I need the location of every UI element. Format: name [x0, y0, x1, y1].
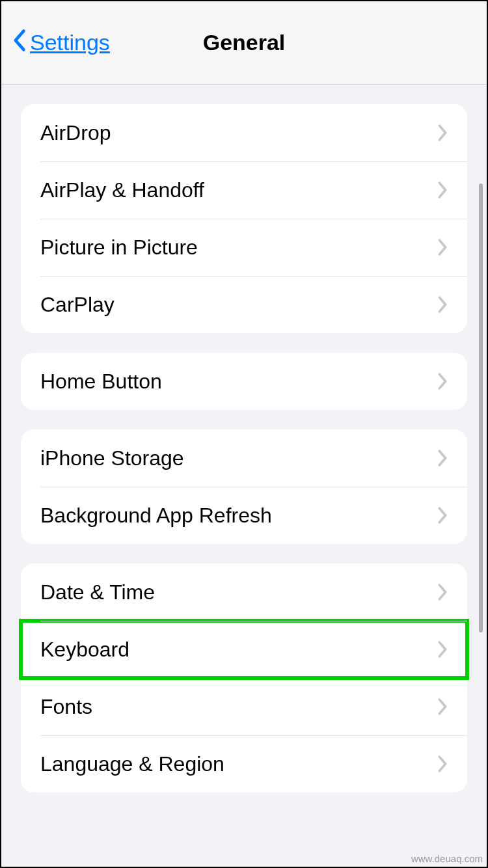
watermark-text: www.deuaq.com — [411, 853, 483, 864]
row-airplay-handoff[interactable]: AirPlay & Handoff — [21, 161, 467, 219]
row-airdrop[interactable]: AirDrop — [21, 104, 467, 161]
row-carplay[interactable]: CarPlay — [21, 276, 467, 333]
navbar: Settings General — [1, 1, 487, 85]
row-label: Date & Time — [40, 580, 155, 604]
row-keyboard[interactable]: Keyboard — [21, 621, 467, 678]
row-label: Background App Refresh — [40, 504, 272, 528]
settings-group: iPhone StorageBackground App Refresh — [21, 429, 467, 544]
settings-group: Home Button — [21, 353, 467, 410]
row-iphone-storage[interactable]: iPhone Storage — [21, 429, 467, 487]
row-fonts[interactable]: Fonts — [21, 678, 467, 735]
row-language-region[interactable]: Language & Region — [21, 735, 467, 793]
chevron-right-icon — [437, 372, 448, 390]
back-button[interactable]: Settings — [13, 29, 110, 57]
chevron-right-icon — [437, 295, 448, 314]
chevron-right-icon — [437, 506, 448, 524]
row-label: Fonts — [40, 695, 92, 719]
chevron-right-icon — [437, 583, 448, 601]
row-label: Home Button — [40, 370, 162, 394]
settings-group: AirDropAirPlay & HandoffPicture in Pictu… — [21, 104, 467, 333]
chevron-left-icon — [13, 29, 27, 57]
row-date-time[interactable]: Date & Time — [21, 563, 467, 621]
chevron-right-icon — [437, 755, 448, 773]
settings-list[interactable]: AirDropAirPlay & HandoffPicture in Pictu… — [1, 85, 487, 867]
chevron-right-icon — [437, 449, 448, 467]
chevron-right-icon — [437, 124, 448, 142]
chevron-right-icon — [437, 238, 448, 256]
row-label: iPhone Storage — [40, 446, 184, 470]
row-label: AirDrop — [40, 121, 111, 145]
row-label: AirPlay & Handoff — [40, 178, 204, 202]
chevron-right-icon — [437, 698, 448, 716]
row-label: CarPlay — [40, 293, 115, 317]
chevron-right-icon — [437, 640, 448, 658]
scroll-indicator[interactable] — [479, 183, 483, 632]
back-label: Settings — [30, 30, 110, 55]
row-label: Language & Region — [40, 752, 224, 776]
chevron-right-icon — [437, 181, 448, 199]
row-label: Keyboard — [40, 638, 129, 662]
row-label: Picture in Picture — [40, 236, 198, 260]
row-background-app-refresh[interactable]: Background App Refresh — [21, 487, 467, 544]
settings-group: Date & TimeKeyboardFontsLanguage & Regio… — [21, 563, 467, 793]
row-picture-in-picture[interactable]: Picture in Picture — [21, 219, 467, 276]
row-home-button[interactable]: Home Button — [21, 353, 467, 410]
